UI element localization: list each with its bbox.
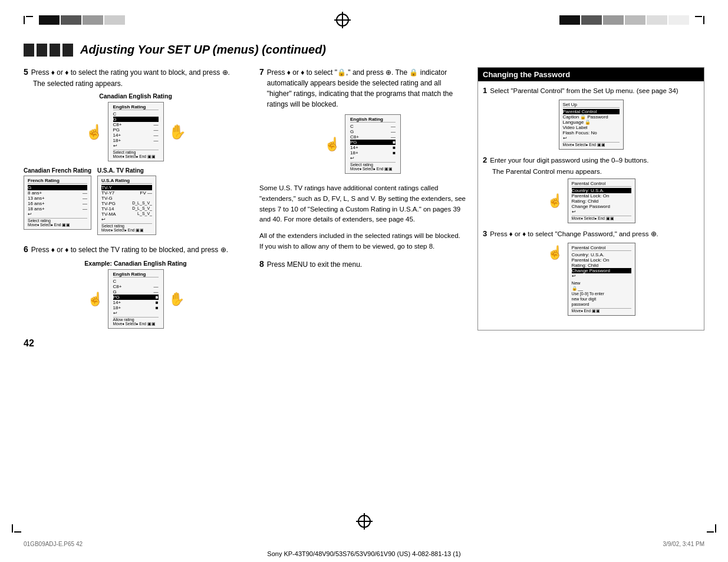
parental-control-screen2: Parental Control Country: U.S.A. Parenta… <box>568 243 635 316</box>
cp-step2-text: Enter your four digit password using the… <box>490 156 648 166</box>
parental-control-screen1: Parental Control Country: U.S.A. Parenta… <box>568 178 635 223</box>
step6-text: Press ♦ or ♦ to select the TV rating to … <box>31 244 228 255</box>
cp-step3-text: Press ♦ or ♦ to select "Change Password,… <box>490 229 658 239</box>
bottom-left-corner <box>12 524 21 533</box>
step8-number: 8 <box>259 259 264 269</box>
canadian-english-section: Canadian English Rating ☝ English Rating… <box>24 92 248 161</box>
canadian-english-label: Canadian English Rating <box>24 92 248 100</box>
hand-icon-2: ✋ <box>169 124 186 140</box>
english-rating-screen-1: English Rating C G C8+— PG— 14+— 18+— ↩ … <box>108 102 164 161</box>
right-column: Changing the Password 1 Select "Parental… <box>477 67 704 330</box>
step7-number: 7 <box>259 67 264 77</box>
file-info: 01GB09ADJ-E.P65 42 <box>24 541 83 547</box>
step5-block: 5 Press ♦ or ♦ to select the rating you … <box>24 67 248 235</box>
page-title: Adjusting Your SET UP (menus) (continued… <box>80 43 326 57</box>
usa-tv-extenders-text: Some U.S. TV ratings have additional con… <box>259 183 466 225</box>
usa-tv-section: U.S.A. TV Rating U.S.A Rating TV-Y TV-Y7… <box>97 167 156 235</box>
page-number: 42 <box>24 338 248 349</box>
cp-step1-number: 1 <box>483 86 487 95</box>
usa-tv-label: U.S.A. TV Rating <box>97 167 156 174</box>
main-title-row: Adjusting Your SET UP (menus) (continued… <box>24 43 704 57</box>
usa-rating-screen: U.S.A Rating TV-Y TV-Y7FV — TV-G TV-PGD_… <box>97 176 156 235</box>
step7-rating-screen: English Rating C— G— C8+— PG■ 14+■ 18+■ … <box>345 114 401 174</box>
hand-icon-5: ☝ <box>324 137 340 152</box>
parental-screen2-row: ☝ Parental Control Country: U.S.A. Paren… <box>483 243 699 316</box>
setup-screen-container: Set Up Parental Control Caption 🔒 Passwo… <box>483 100 699 150</box>
step6-block: 6 Press ♦ or ♦ to select the TV rating t… <box>24 244 248 329</box>
cp-step2-block: 2 Enter your four digit password using t… <box>483 156 699 223</box>
cp-step1-text: Select "Parental Control" from the Set U… <box>490 86 678 96</box>
hand-icon-4: ✋ <box>169 292 185 307</box>
french-rating-screen: French Rating G 8 ans+— 13 ans+— 16 ans+… <box>24 176 91 230</box>
example-rating-screen: English Rating C C8+— G— PG■ 14+■ 18+■ ↩… <box>108 269 164 329</box>
step5-text: Press ♦ or ♦ to select the rating you wa… <box>31 67 230 78</box>
date-info: 3/9/02, 3:41 PM <box>663 541 704 547</box>
hand-icon-7: ☝ <box>547 245 563 260</box>
parental-screen1-row: ☝ Parental Control Country: U.S.A. Paren… <box>483 178 699 223</box>
step7-text: Press ♦ or ♦ to select "🔒," and press ⊕.… <box>267 67 466 110</box>
extenders-block-text: All of the extenders included in the sel… <box>259 231 466 252</box>
canadian-french-section: Canadian French Rating French Rating G 8… <box>24 167 91 230</box>
bottom-crosshair <box>356 513 373 530</box>
example-label: Example: Canadian English Rating <box>24 260 248 267</box>
cp-step3-number: 3 <box>483 229 487 238</box>
cp-step2-number: 2 <box>483 156 487 164</box>
hand-icon-3: ☝ <box>87 292 103 307</box>
title-decoration <box>24 44 73 57</box>
step5-subtext: The selected rating appears. <box>24 80 248 88</box>
step7-block: 7 Press ♦ or ♦ to select "🔒," and press … <box>259 67 466 174</box>
step5-number: 5 <box>24 67 28 77</box>
example-canadian-section: Example: Canadian English Rating ☝ Engli… <box>24 260 248 329</box>
changing-password-content: 1 Select "Parental Control" from the Set… <box>478 81 704 330</box>
hand-icon-6: ☝ <box>547 193 563 209</box>
step8-block: 8 Press MENU to exit the menu. <box>259 259 466 270</box>
middle-column: 7 Press ♦ or ♦ to select "🔒," and press … <box>259 67 466 279</box>
ratings-pair-row: Canadian French Rating French Rating G 8… <box>24 167 248 235</box>
cp-step1-block: 1 Select "Parental Control" from the Set… <box>483 86 699 150</box>
step8-text: Press MENU to exit the menu. <box>267 259 362 270</box>
changing-password-section: Changing the Password 1 Select "Parental… <box>477 67 704 330</box>
left-column: 5 Press ♦ or ♦ to select the rating you … <box>24 67 248 349</box>
cp-step3-block: 3 Press ♦ or ♦ to select "Change Passwor… <box>483 229 699 316</box>
hand-icon-1: ☝ <box>85 124 103 140</box>
bottom-right-corner <box>707 524 716 533</box>
cp-step2-subtext: The Parental Control menu appears. <box>483 168 699 175</box>
setup-screen: Set Up Parental Control Caption 🔒 Passwo… <box>559 100 624 150</box>
page-container: Adjusting Your SET UP (menus) (continued… <box>0 0 728 562</box>
step6-number: 6 <box>24 244 28 254</box>
changing-password-title: Changing the Password <box>478 68 704 81</box>
step7-screen-row: ☝ English Rating C— G— C8+— PG■ 14+■ 18+… <box>259 114 466 174</box>
footer-text: Sony KP-43T90/48V90/53S76/53V90/61V90 (U… <box>267 550 460 557</box>
canadian-french-label: Canadian French Rating <box>24 167 91 174</box>
